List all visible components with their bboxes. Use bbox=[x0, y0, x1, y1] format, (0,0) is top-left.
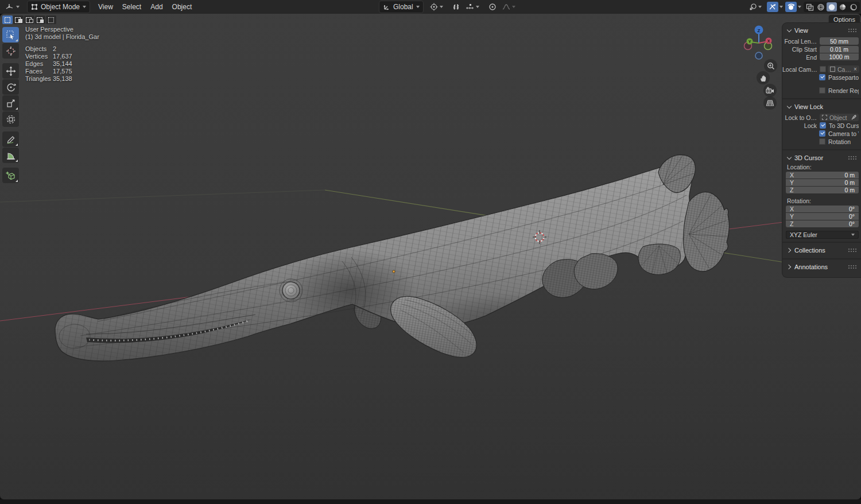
panel-grip[interactable] bbox=[848, 248, 856, 252]
select-mode-buttons bbox=[2, 15, 56, 24]
panel-collections-title: Collections bbox=[794, 247, 825, 254]
cursor-location-x-field[interactable]: X0 m bbox=[786, 172, 859, 179]
pan-button[interactable] bbox=[757, 71, 770, 84]
tool-transform[interactable] bbox=[2, 111, 19, 127]
select-mode-intersect[interactable] bbox=[46, 15, 56, 24]
menu-select[interactable]: Select bbox=[118, 1, 146, 13]
shading-material-button[interactable] bbox=[837, 2, 848, 11]
lock-3d-cursor-checkbox[interactable] bbox=[820, 122, 826, 129]
tool-measure[interactable] bbox=[2, 148, 19, 163]
panel-view-lock-header[interactable]: View Lock bbox=[782, 102, 861, 111]
clip-end-field[interactable]: 1000 m bbox=[820, 53, 859, 60]
header-menus: View Select Add Object bbox=[94, 1, 196, 13]
camera-to-view-checkbox[interactable] bbox=[819, 130, 825, 137]
tool-select-box[interactable] bbox=[2, 27, 19, 42]
select-mode-invert[interactable] bbox=[35, 15, 45, 24]
tool-scale[interactable] bbox=[2, 95, 19, 111]
shading-wireframe-button[interactable] bbox=[816, 2, 826, 11]
camera-icon bbox=[766, 87, 774, 94]
lock-rotation-label: Rotation bbox=[828, 138, 851, 145]
focal-length-field[interactable]: 50 mm bbox=[820, 37, 859, 45]
scene-name: (1) 3d model | Florida_Gar bbox=[25, 33, 99, 41]
orientation-axes-icon bbox=[383, 3, 390, 10]
show-gizmo-dropdown[interactable] bbox=[746, 2, 765, 12]
render-region-checkbox[interactable] bbox=[819, 87, 825, 94]
menu-add[interactable]: Add bbox=[146, 1, 167, 13]
tool-cursor[interactable] bbox=[2, 43, 19, 59]
camera-view-button[interactable] bbox=[763, 84, 777, 97]
toggle-perspective-button[interactable] bbox=[763, 96, 777, 110]
panel-view-header[interactable]: View bbox=[782, 25, 861, 35]
tail-fin bbox=[684, 192, 729, 271]
chevron-down-icon bbox=[787, 104, 791, 108]
cursor-rotation-y-field[interactable]: Y0° bbox=[786, 213, 859, 220]
object-origin-dot bbox=[393, 270, 395, 273]
mode-dropdown-label: Object Mode bbox=[41, 3, 80, 11]
orbit-sphere-icon bbox=[787, 3, 796, 11]
add-cube-icon bbox=[5, 170, 16, 181]
cursor-location-y-field[interactable]: Y0 m bbox=[786, 179, 859, 186]
show-overlays-toggle[interactable] bbox=[767, 2, 778, 12]
tool-move[interactable] bbox=[2, 63, 19, 79]
menu-view[interactable]: View bbox=[94, 1, 118, 13]
chevron-right-icon bbox=[787, 265, 791, 269]
cursor-location-label: Location: bbox=[782, 162, 861, 172]
pivot-point-icon bbox=[430, 3, 438, 11]
rotation-mode-dropdown[interactable]: XYZ Euler bbox=[786, 231, 859, 239]
cursor-location-z-field[interactable]: Z0 m bbox=[786, 187, 859, 193]
local-camera-field[interactable]: Ca… × bbox=[828, 65, 859, 73]
scene-canvas[interactable]: Y X Z bbox=[0, 14, 861, 499]
lock-to-object-field[interactable]: Object bbox=[820, 114, 859, 121]
select-mode-extend[interactable] bbox=[13, 15, 24, 24]
panel-grip[interactable] bbox=[848, 28, 856, 32]
proportional-editing-button[interactable] bbox=[486, 2, 499, 12]
axis-gizmo[interactable]: Y X Z bbox=[744, 26, 772, 60]
snap-target-dropdown[interactable] bbox=[463, 2, 482, 11]
pivot-point-dropdown[interactable] bbox=[427, 2, 446, 12]
chevron-down-icon bbox=[416, 6, 420, 8]
transform-orientation-dropdown[interactable]: Global bbox=[379, 1, 424, 13]
rotation-mode-label: XYZ Euler bbox=[790, 231, 817, 238]
tool-annotate[interactable] bbox=[2, 131, 19, 147]
eyedropper-icon[interactable] bbox=[851, 115, 856, 120]
cursor-tool-icon bbox=[6, 46, 16, 56]
magnifier-icon bbox=[767, 62, 775, 70]
lock-rotation-checkbox[interactable] bbox=[819, 138, 825, 145]
tool-add-cube[interactable] bbox=[2, 168, 19, 183]
mode-dropdown[interactable]: Object Mode bbox=[27, 1, 90, 13]
passepartout-checkbox[interactable] bbox=[819, 74, 825, 80]
panel-grip[interactable] bbox=[848, 156, 856, 160]
snap-toggle-button[interactable] bbox=[449, 2, 463, 12]
select-mode-set[interactable] bbox=[2, 15, 13, 24]
clip-start-field[interactable]: 0.01 m bbox=[820, 46, 859, 53]
panel-3d-cursor-header[interactable]: 3D Cursor bbox=[782, 153, 861, 162]
select-mode-subtract[interactable] bbox=[24, 15, 34, 24]
rotate-icon bbox=[6, 82, 16, 92]
xray-gizmo-toggle[interactable] bbox=[785, 2, 797, 12]
toggle-xray-button[interactable] bbox=[805, 2, 815, 11]
3d-viewport[interactable]: Y X Z bbox=[0, 14, 861, 499]
proportional-falloff-dropdown[interactable] bbox=[499, 2, 518, 11]
panel-grip[interactable] bbox=[848, 265, 856, 269]
local-camera-checkbox[interactable] bbox=[820, 66, 826, 72]
move-icon bbox=[6, 66, 16, 76]
gar-model[interactable] bbox=[55, 155, 729, 361]
svg-text:Z: Z bbox=[758, 28, 761, 33]
editor-type-button[interactable] bbox=[2, 2, 22, 12]
panel-collections-header[interactable]: Collections bbox=[782, 245, 861, 255]
shading-rendered-button[interactable] bbox=[848, 2, 859, 11]
measure-protractor-icon bbox=[6, 150, 16, 161]
xray-icon bbox=[806, 3, 814, 11]
menu-object[interactable]: Object bbox=[168, 1, 197, 13]
tool-shelf bbox=[2, 27, 19, 183]
zoom-button[interactable] bbox=[764, 59, 777, 72]
shading-solid-button[interactable] bbox=[827, 2, 837, 11]
panel-annotations-header[interactable]: Annotations bbox=[782, 262, 861, 272]
cursor-rotation-z-field[interactable]: Z0° bbox=[786, 220, 859, 227]
camera-data-icon bbox=[830, 67, 835, 72]
select-box-icon bbox=[6, 30, 16, 40]
axis-neg-z-ball[interactable] bbox=[755, 52, 762, 59]
tool-rotate[interactable] bbox=[2, 79, 19, 95]
cursor-rotation-x-field[interactable]: X0° bbox=[786, 206, 859, 212]
clear-icon[interactable]: × bbox=[854, 67, 857, 72]
